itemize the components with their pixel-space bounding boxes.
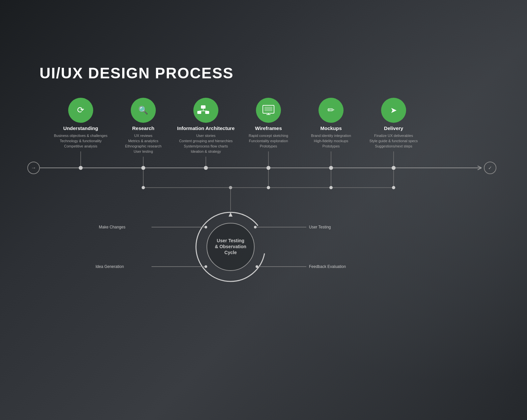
sitemap-icon-top	[201, 105, 206, 109]
cycle-text-line1: User Testing	[217, 238, 244, 243]
lower-dot2	[267, 186, 270, 189]
label-dot-make-changes	[205, 226, 207, 228]
understanding-item3: Competitive analysis	[64, 144, 97, 148]
label-dot-user-testing	[254, 226, 257, 228]
understanding-title: Understanding	[63, 125, 98, 131]
label-dot-feedback	[256, 265, 258, 268]
research-item1: UX reviews	[134, 134, 153, 138]
step-research: 🔍 Research UX reviews Metrics & analytic…	[125, 98, 162, 168]
timeline-left-arrow: →	[31, 165, 36, 171]
ia-item4: Ideation & strategy	[191, 149, 221, 153]
mockups-item2: High-fidelity mockups	[314, 139, 348, 143]
lower-dot3	[329, 186, 333, 189]
delivery-item2: Style guide & functional specs	[370, 139, 418, 143]
process-diagram: ⟳ Understanding Business objectives & ch…	[26, 92, 501, 323]
send-icon: ➤	[390, 106, 397, 115]
wireframe-screen	[264, 107, 272, 111]
ia-icon-bg	[193, 98, 218, 123]
wireframes-item1: Rapid concept sketching	[249, 134, 288, 138]
step-delivery: ➤ Delivery Finalize UX deliverables Styl…	[370, 98, 418, 168]
ia-item2: Content grouping and hierarchies	[179, 139, 233, 143]
step-understanding: ⟳ Understanding Business objectives & ch…	[54, 98, 108, 168]
mockups-item3: Prototypes	[322, 144, 340, 148]
research-item2: Metrics & analytics	[128, 139, 158, 143]
research-item3: Ethnographic research	[125, 144, 162, 148]
timeline-right-check: ✓	[488, 165, 492, 171]
ia-item3: System/process flow charts	[184, 144, 228, 148]
dot-wireframes	[266, 166, 270, 170]
step-wireframes: Wireframes Rapid concept sketching Funci…	[249, 98, 288, 168]
bracket-center-dot	[229, 186, 232, 189]
dot-mockups	[329, 166, 333, 170]
search-icon: 🔍	[138, 105, 148, 115]
wireframes-item3: Prototypes	[260, 144, 277, 148]
page-title: UI/UX DESIGN PROCESS	[40, 64, 234, 82]
label-user-testing: User Testing	[309, 225, 331, 229]
understanding-item2: Technology & functionality	[60, 139, 102, 143]
dot-research	[141, 166, 145, 170]
understanding-item1: Business objectives & challenges	[54, 134, 108, 138]
lower-dot4	[392, 186, 395, 189]
research-item4: User testing	[134, 149, 153, 153]
sitemap-icon-right	[205, 111, 209, 114]
delivery-title: Delivery	[384, 125, 403, 131]
delivery-item1: Finalize UX deliverables	[374, 134, 413, 138]
label-feedback: Feedback Evaluation	[309, 264, 346, 269]
cycle-notch	[229, 212, 233, 217]
lower-dot1	[142, 186, 145, 189]
step-mockups: ✏ Mockups Brand identity integration Hig…	[311, 98, 351, 168]
dot-ia	[204, 166, 208, 170]
target-icon: ⟳	[77, 105, 84, 115]
page-content: UI/UX DESIGN PROCESS ⟳ Understanding Bus…	[0, 0, 527, 420]
dot-delivery	[392, 166, 396, 170]
cycle-text-line3: Cycle	[224, 250, 237, 255]
delivery-item3: Suggestions/next steps	[375, 144, 412, 148]
wireframes-title: Wireframes	[255, 125, 282, 131]
pencil-icon: ✏	[327, 105, 335, 115]
label-dot-idea	[205, 265, 207, 268]
dot-understanding	[79, 166, 83, 170]
label-make-changes: Make Changes	[99, 225, 125, 229]
mockups-item1: Brand identity integration	[311, 134, 351, 138]
research-title: Research	[132, 125, 154, 131]
sitemap-icon-left	[197, 111, 201, 114]
ia-item1: User stories	[196, 134, 216, 138]
label-idea: Idea Generation	[96, 264, 124, 269]
ia-title: Information Architecture	[177, 125, 235, 131]
mockups-title: Mockups	[320, 125, 342, 131]
step-info-arch: Information Architecture User stories Co…	[177, 98, 235, 168]
wireframes-item2: Funciontality exploration	[249, 139, 288, 143]
cycle-text-line2: & Observation	[215, 244, 246, 249]
